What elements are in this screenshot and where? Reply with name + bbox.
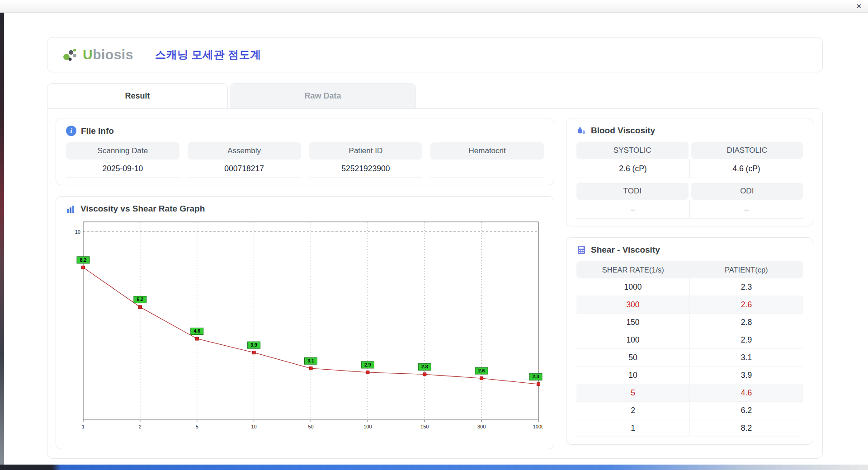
odi-value: – xyxy=(689,200,803,219)
cell-shear-rate: 50 xyxy=(576,349,689,366)
ubiosis-logo: Ubiosis xyxy=(61,46,133,64)
tab-raw-data[interactable]: Raw Data xyxy=(230,83,416,108)
data-point-marker xyxy=(366,371,369,374)
field-value xyxy=(430,160,544,178)
field-value: 000718217 xyxy=(188,160,301,178)
tab-result[interactable]: Result xyxy=(47,83,228,108)
data-point-marker xyxy=(309,367,312,370)
data-point-marker xyxy=(537,383,540,386)
x-tick-label: 50 xyxy=(308,424,313,429)
file-info-title-text: File Info xyxy=(81,126,114,136)
cell-shear-rate: 1 xyxy=(576,419,689,437)
cell-patient: 6.2 xyxy=(689,402,803,419)
data-point-marker xyxy=(423,373,426,376)
todi-label: TODI xyxy=(576,183,689,200)
diastolic-label: DIASTOLIC xyxy=(691,142,803,159)
blood-viscosity-grid: SYSTOLIC DIASTOLIC 2.6 (cP) 4.6 (cP) TOD… xyxy=(576,142,803,219)
field-value: 52521923900 xyxy=(309,160,423,178)
diastolic-value: 4.6 (cP) xyxy=(689,159,803,178)
x-tick-label: 10 xyxy=(251,424,257,429)
right-column: Blood Viscosity SYSTOLIC DIASTOLIC 2.6 (… xyxy=(566,118,813,449)
data-point-label: 2.9 xyxy=(364,362,371,367)
viscosity-chart: 12510501001503001000108.26.24.63.93.12.9… xyxy=(66,218,543,440)
data-point-marker xyxy=(252,351,255,354)
bar-chart-icon xyxy=(66,204,76,214)
tab-bar: Result Raw Data xyxy=(47,83,823,108)
cell-patient: 2.8 xyxy=(689,314,803,331)
data-point-label: 2.3 xyxy=(533,374,539,379)
file-info-field: Assembly000718217 xyxy=(188,142,301,178)
shear-viscosity-card: Shear - Viscosity SHEAR RATE(1/s) PATIEN… xyxy=(566,237,813,445)
table-row: 1502.8 xyxy=(576,314,803,331)
data-point-marker xyxy=(82,266,85,269)
col-shear-rate: SHEAR RATE(1/s) xyxy=(576,261,690,278)
brand-text: Ubiosis xyxy=(83,47,133,62)
x-tick-label: 300 xyxy=(477,424,486,429)
page-title: 스캐닝 모세관 점도계 xyxy=(155,47,261,62)
data-point-marker xyxy=(138,306,142,309)
x-tick-label: 1 xyxy=(82,424,85,429)
file-info-card: i File Info Scanning Date2025-09-10Assem… xyxy=(56,118,554,185)
odi-label: ODI xyxy=(691,183,803,200)
x-tick-label: 2 xyxy=(139,424,142,429)
cell-shear-rate: 2 xyxy=(576,402,689,419)
data-point-label: 2.6 xyxy=(478,368,485,373)
data-point-label: 2.8 xyxy=(421,364,428,369)
x-tick-label: 1000 xyxy=(533,424,543,429)
info-icon: i xyxy=(66,126,76,136)
data-point-marker xyxy=(480,377,483,380)
cell-shear-rate: 10 xyxy=(576,367,689,384)
cell-patient: 8.2 xyxy=(689,419,803,437)
file-info-field: Patient ID52521923900 xyxy=(309,142,423,178)
shear-viscosity-title: Shear - Viscosity xyxy=(576,245,803,255)
data-point-label: 6.2 xyxy=(137,296,144,302)
cell-shear-rate: 150 xyxy=(576,314,689,331)
table-row: 103.9 xyxy=(576,367,803,384)
calculator-icon xyxy=(576,245,586,255)
table-body: 10002.33002.61502.81002.9503.1103.954.62… xyxy=(576,278,803,437)
systolic-value: 2.6 (cP) xyxy=(576,159,689,178)
cell-patient: 4.6 xyxy=(689,384,803,401)
shear-viscosity-title-text: Shear - Viscosity xyxy=(591,245,660,255)
close-icon[interactable]: ✕ xyxy=(856,2,862,11)
x-tick-label: 5 xyxy=(196,424,198,429)
cell-patient: 2.6 xyxy=(689,296,803,313)
table-row: 503.1 xyxy=(576,349,803,367)
table-row: 26.2 xyxy=(576,402,803,419)
graph-card: Viscosity vs Shear Rate Graph 1251050100… xyxy=(56,196,554,449)
table-row: 1002.9 xyxy=(576,331,803,349)
cell-shear-rate: 5 xyxy=(576,384,689,401)
graph-title-text: Viscosity vs Shear Rate Graph xyxy=(80,204,205,214)
field-label: Assembly xyxy=(188,142,301,160)
cell-shear-rate: 300 xyxy=(576,296,689,313)
window-titlebar: ✕ xyxy=(0,0,868,13)
x-tick-label: 100 xyxy=(363,424,372,429)
table-row: 54.6 xyxy=(576,384,803,402)
file-info-title: i File Info xyxy=(66,126,544,136)
field-label: Patient ID xyxy=(309,142,423,160)
data-point-label: 3.9 xyxy=(250,342,257,348)
cell-shear-rate: 1000 xyxy=(576,278,689,296)
blood-viscosity-title: Blood Viscosity xyxy=(576,126,803,136)
result-panel: i File Info Scanning Date2025-09-10Assem… xyxy=(47,108,823,459)
data-point-label: 8.2 xyxy=(80,257,87,263)
y-tick-label: 10 xyxy=(75,229,80,235)
blood-viscosity-card: Blood Viscosity SYSTOLIC DIASTOLIC 2.6 (… xyxy=(566,118,813,226)
field-label: Scanning Date xyxy=(66,142,179,160)
desktop-edge-left xyxy=(0,13,4,470)
app-window: Ubiosis 스캐닝 모세관 점도계 Result Raw Data i Fi… xyxy=(4,13,868,465)
droplets-icon xyxy=(576,126,586,136)
field-label: Hematocrit xyxy=(430,142,544,160)
cell-patient: 2.9 xyxy=(689,331,803,348)
data-point-marker xyxy=(195,337,198,340)
left-column: i File Info Scanning Date2025-09-10Assem… xyxy=(56,118,554,449)
x-tick-label: 150 xyxy=(420,424,429,429)
file-info-field: Hematocrit xyxy=(430,142,544,178)
graph-title: Viscosity vs Shear Rate Graph xyxy=(66,204,544,214)
file-info-field: Scanning Date2025-09-10 xyxy=(66,142,179,178)
todi-value: – xyxy=(576,200,689,219)
cell-patient: 2.3 xyxy=(689,278,803,296)
blood-viscosity-title-text: Blood Viscosity xyxy=(591,126,655,136)
logo-cluster-icon xyxy=(61,46,79,64)
app-header: Ubiosis 스캐닝 모세관 점도계 xyxy=(47,37,823,72)
